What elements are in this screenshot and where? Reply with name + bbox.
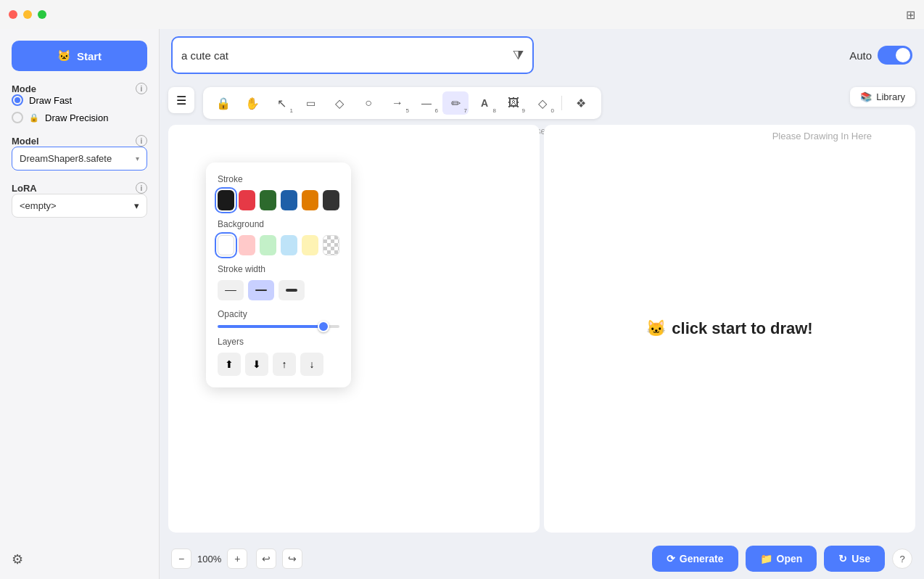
auto-section: Auto bbox=[849, 46, 912, 65]
hamburger-icon: ☰ bbox=[176, 94, 186, 107]
zoom-controls: − 100% + bbox=[171, 549, 247, 569]
titlebar: ⊞ bbox=[0, 0, 924, 29]
open-button[interactable]: 📁 Open bbox=[746, 546, 817, 572]
redo-button[interactable]: ↪ bbox=[282, 549, 302, 569]
start-label: Start bbox=[77, 50, 102, 62]
bg-color-white[interactable] bbox=[218, 235, 234, 255]
traffic-light-maximize[interactable] bbox=[38, 10, 46, 19]
model-info-icon[interactable]: i bbox=[136, 135, 147, 147]
opacity-slider-container bbox=[218, 325, 339, 328]
bg-color-pink[interactable] bbox=[239, 235, 255, 255]
tool-select[interactable]: ↖ 1 bbox=[268, 91, 294, 115]
model-chevron-icon: ▾ bbox=[136, 155, 139, 163]
opacity-slider[interactable] bbox=[218, 325, 339, 328]
mode-draw-precision[interactable]: 🔒 Draw Precision bbox=[12, 112, 147, 123]
stroke-color-green[interactable] bbox=[260, 190, 276, 210]
sidebar: 🐱 Start Mode i Draw Fast 🔒 Draw Precisio… bbox=[0, 29, 160, 579]
tool-rectangle[interactable]: ▭ bbox=[297, 91, 323, 115]
generate-button[interactable]: ⟳ Generate bbox=[652, 546, 738, 572]
rectangle-tool-icon: ▭ bbox=[306, 97, 315, 109]
tool-arrow[interactable]: → 5 bbox=[384, 91, 411, 115]
tool-pen[interactable]: ✏ 7 bbox=[442, 91, 469, 115]
text-tool-badge: 8 bbox=[493, 107, 496, 114]
start-button[interactable]: 🐱 Start bbox=[12, 41, 147, 71]
auto-toggle[interactable] bbox=[878, 46, 912, 65]
stroke-width-thin[interactable] bbox=[218, 280, 244, 300]
tool-line[interactable]: — 6 bbox=[413, 91, 440, 115]
lora-info-icon[interactable]: i bbox=[136, 182, 147, 194]
mode-info-icon[interactable]: i bbox=[136, 83, 147, 94]
stroke-width-label: Stroke width bbox=[218, 264, 339, 274]
circle-tool-icon: ○ bbox=[365, 96, 372, 110]
stroke-color-row bbox=[218, 190, 339, 210]
stroke-width-medium[interactable] bbox=[248, 280, 274, 300]
bg-color-yellow[interactable] bbox=[302, 235, 318, 255]
undo-redo: ↩ ↪ bbox=[256, 549, 302, 569]
toolbar-divider bbox=[561, 96, 562, 110]
mode-draw-fast[interactable]: Draw Fast bbox=[12, 94, 147, 106]
settings-icon[interactable]: ⚙ bbox=[12, 552, 23, 567]
select-tool-badge: 1 bbox=[290, 107, 293, 114]
layer-btn-1[interactable]: ⬆ bbox=[218, 353, 241, 376]
traffic-light-close[interactable] bbox=[9, 10, 17, 19]
model-section-label: Model i bbox=[12, 135, 147, 147]
arrow-tool-icon: → bbox=[392, 96, 403, 110]
draw-panel-right: Please Drawing In Here 🐱 click start to … bbox=[544, 125, 915, 533]
bg-color-green[interactable] bbox=[260, 235, 276, 255]
prompt-input-container: ⧩ bbox=[171, 36, 534, 74]
action-buttons: ⟳ Generate 📁 Open ↻ Use bbox=[652, 546, 885, 572]
zoom-minus-button[interactable]: − bbox=[171, 549, 191, 569]
layer-btn-2[interactable]: ⬇ bbox=[245, 353, 268, 376]
layer-btn-3[interactable]: ↑ bbox=[273, 353, 296, 376]
library-icon: 📚 bbox=[860, 91, 872, 102]
image-tool-badge: 9 bbox=[522, 107, 525, 114]
lock-icon: 🔒 bbox=[29, 113, 39, 123]
sidebar-toggle-icon[interactable]: ⊞ bbox=[906, 8, 915, 22]
layer-btn-4[interactable]: ↓ bbox=[300, 353, 323, 376]
prompt-input[interactable] bbox=[181, 49, 513, 62]
stroke-width-thick[interactable] bbox=[279, 280, 305, 300]
cat-cta-icon: 🐱 bbox=[646, 319, 666, 338]
stroke-color-red[interactable] bbox=[239, 190, 255, 210]
tool-text[interactable]: A 8 bbox=[471, 91, 498, 115]
layers-label: Layers bbox=[218, 337, 339, 347]
model-dropdown[interactable]: DreamShaper8.safete ▾ bbox=[12, 147, 147, 171]
use-button[interactable]: ↻ Use bbox=[824, 546, 885, 572]
use-icon: ↻ bbox=[838, 553, 847, 564]
background-color-row bbox=[218, 235, 339, 255]
auto-label: Auto bbox=[849, 49, 872, 62]
lora-dropdown[interactable]: <empty> ▾ bbox=[12, 194, 147, 218]
open-icon: 📁 bbox=[760, 553, 772, 564]
tool-components[interactable]: ❖ bbox=[568, 91, 594, 115]
stroke-color-orange[interactable] bbox=[302, 190, 318, 210]
traffic-light-minimize[interactable] bbox=[23, 10, 32, 19]
stroke-popup: Stroke Background bbox=[206, 163, 351, 387]
lora-section: LoRA i <empty> ▾ bbox=[12, 182, 147, 218]
stroke-color-dark[interactable] bbox=[323, 190, 339, 210]
tool-eraser[interactable]: ◇ 0 bbox=[529, 91, 556, 115]
bg-color-blue[interactable] bbox=[281, 235, 297, 255]
top-bar: ⧩ Auto bbox=[160, 29, 924, 81]
start-icon: 🐱 bbox=[57, 49, 71, 62]
tool-hand[interactable]: ✋ bbox=[239, 91, 265, 115]
draw-panel-left[interactable]: Stroke Background bbox=[168, 125, 540, 533]
hamburger-button[interactable]: ☰ bbox=[168, 87, 194, 113]
tool-lock[interactable]: 🔒 bbox=[210, 91, 236, 115]
tool-circle[interactable]: ○ bbox=[355, 91, 381, 115]
stroke-color-blue[interactable] bbox=[281, 190, 297, 210]
pen-tool-icon: ✏ bbox=[451, 96, 461, 110]
help-icon[interactable]: ? bbox=[892, 549, 912, 569]
lora-section-label: LoRA i bbox=[12, 182, 147, 194]
tool-image[interactable]: 🖼 9 bbox=[500, 91, 527, 115]
bg-color-transparent[interactable] bbox=[323, 235, 339, 255]
stroke-color-black[interactable] bbox=[218, 190, 234, 210]
components-tool-icon: ❖ bbox=[576, 96, 586, 110]
library-button[interactable]: 📚 Library bbox=[850, 87, 915, 107]
mode-section: Mode i Draw Fast 🔒 Draw Precision bbox=[12, 83, 147, 123]
filter-icon[interactable]: ⧩ bbox=[513, 48, 524, 63]
line-tool-badge: 6 bbox=[435, 107, 438, 114]
zoom-plus-button[interactable]: + bbox=[227, 549, 247, 569]
select-tool-icon: ↖ bbox=[277, 96, 286, 110]
undo-button[interactable]: ↩ bbox=[256, 549, 276, 569]
tool-diamond[interactable]: ◇ bbox=[326, 91, 352, 115]
